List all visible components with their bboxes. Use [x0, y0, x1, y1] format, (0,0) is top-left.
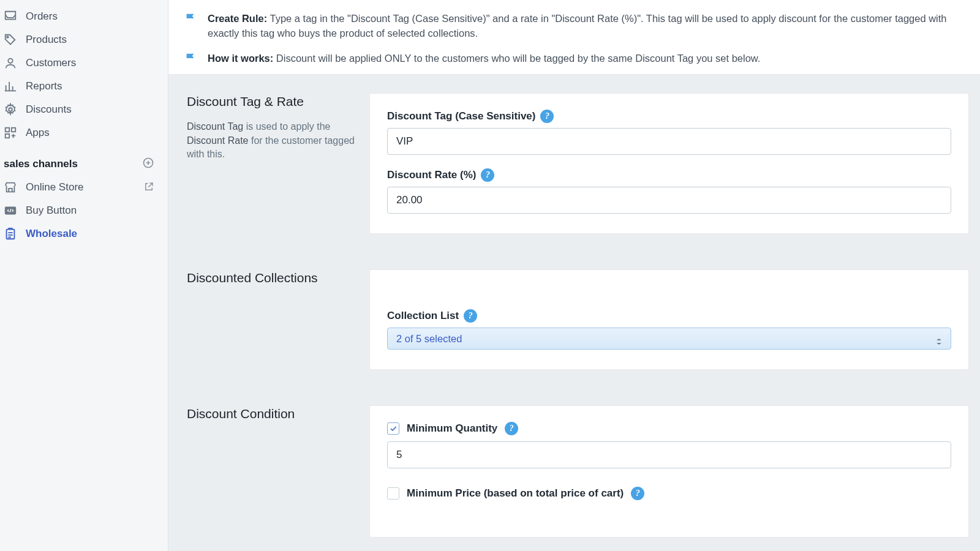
section-title: sales channels: [4, 158, 78, 170]
info-banner: Create Rule: Type a tag in the "Discount…: [168, 0, 980, 75]
sidebar-item-discounts[interactable]: Discounts: [0, 98, 168, 121]
info-text: Create Rule: Type a tag in the "Discount…: [208, 11, 964, 41]
code-icon: [4, 204, 17, 217]
min-qty-input[interactable]: [387, 441, 951, 468]
field-label: Minimum Quantity: [407, 422, 497, 435]
field-label: Minimum Price (based on total price of c…: [407, 487, 624, 500]
section-discount-condition: Discount Condition Minimum Quantity ? Mi…: [168, 387, 980, 538]
person-icon: [4, 56, 17, 70]
sales-channels-header: sales channels: [0, 144, 168, 176]
field-label: Discount Tag (Case Sensitive): [387, 110, 535, 122]
select-value: 2 of 5 selected: [396, 333, 462, 345]
discount-rate-input[interactable]: [387, 187, 951, 214]
card-tag-rate: Discount Tag (Case Sensitive) ? Discount…: [369, 93, 969, 234]
sidebar-item-online-store[interactable]: Online Store: [0, 176, 168, 199]
sidebar-item-customers[interactable]: Customers: [0, 51, 168, 75]
info-label: How it works:: [208, 53, 273, 64]
sidebar-item-label: Wholesale: [26, 228, 77, 240]
svg-rect-5: [6, 134, 9, 138]
caret-icon: [936, 335, 942, 342]
field-collection-list: Collection List ? 2 of 5 selected: [387, 309, 951, 350]
section-discount-tag-rate: Discount Tag & Rate Discount Tag is used…: [168, 75, 980, 234]
bar-icon: [4, 80, 17, 93]
collection-list-select[interactable]: 2 of 5 selected: [387, 328, 951, 350]
card-collections: Collection List ? 2 of 5 selected: [369, 269, 969, 370]
field-label: Collection List: [387, 310, 459, 322]
sidebar: Orders Products Customers Reports Discou…: [0, 0, 168, 551]
gear-icon: [4, 103, 17, 116]
discount-tag-input[interactable]: [387, 128, 951, 155]
info-text: How it works: Discount will be applied O…: [208, 51, 760, 66]
sidebar-item-label: Customers: [26, 57, 76, 69]
store-icon: [4, 181, 17, 194]
sidebar-item-apps[interactable]: Apps: [0, 121, 168, 144]
svg-rect-3: [6, 128, 9, 132]
section-title: Discount Condition: [187, 407, 355, 421]
help-icon[interactable]: ?: [540, 110, 554, 123]
tag-icon: [4, 33, 17, 47]
svg-rect-4: [12, 128, 15, 132]
field-label: Discount Rate (%): [387, 169, 476, 181]
min-price-checkbox[interactable]: [387, 487, 399, 500]
field-minimum-quantity: Minimum Quantity ?: [387, 422, 951, 468]
section-description: Discount Tag is used to apply the Discou…: [187, 120, 355, 161]
field-discount-tag: Discount Tag (Case Sensitive) ?: [387, 110, 951, 155]
section-heading-block: Discount Tag & Rate Discount Tag is used…: [187, 93, 369, 234]
sidebar-item-orders[interactable]: Orders: [0, 5, 168, 28]
help-icon[interactable]: ?: [631, 487, 644, 500]
clipboard-icon: [4, 227, 17, 241]
add-channel-icon[interactable]: [142, 157, 154, 171]
section-title: Discounted Collections: [187, 271, 355, 285]
card-condition: Minimum Quantity ? Minimum Price (based …: [369, 405, 969, 538]
sidebar-item-label: Buy Button: [26, 204, 77, 217]
grid-icon: [4, 126, 17, 140]
section-heading-block: Discount Condition: [187, 405, 369, 538]
field-minimum-price: Minimum Price (based on total price of c…: [387, 487, 951, 500]
section-discounted-collections: Discounted Collections Collection List ?…: [168, 251, 980, 370]
svg-point-2: [9, 108, 12, 111]
info-how-it-works: How it works: Discount will be applied O…: [184, 51, 964, 66]
info-label: Create Rule:: [208, 13, 267, 24]
sidebar-item-label: Discounts: [26, 103, 72, 116]
main-content: Create Rule: Type a tag in the "Discount…: [168, 0, 980, 551]
info-create-rule: Create Rule: Type a tag in the "Discount…: [184, 11, 964, 41]
section-title: Discount Tag & Rate: [187, 94, 355, 109]
field-discount-rate: Discount Rate (%) ?: [387, 168, 951, 214]
inbox-icon: [4, 10, 17, 23]
svg-point-1: [8, 59, 12, 63]
flag-icon: [184, 12, 198, 25]
min-qty-checkbox[interactable]: [387, 422, 399, 435]
sidebar-item-label: Orders: [26, 10, 58, 23]
section-heading-block: Discounted Collections: [187, 269, 369, 370]
svg-point-0: [7, 36, 9, 38]
sidebar-item-label: Apps: [26, 127, 50, 139]
help-icon[interactable]: ?: [464, 309, 477, 323]
info-body: Discount will be applied ONLY to the cus…: [273, 53, 760, 64]
sidebar-item-label: Online Store: [26, 181, 84, 193]
help-icon[interactable]: ?: [481, 168, 494, 182]
sidebar-item-label: Products: [26, 34, 67, 46]
sidebar-item-wholesale[interactable]: Wholesale: [0, 222, 168, 246]
info-body: Type a tag in the "Discount Tag (Case Se…: [208, 13, 947, 39]
external-link-icon[interactable]: [143, 181, 154, 194]
sidebar-item-reports[interactable]: Reports: [0, 75, 168, 98]
flag-icon: [184, 51, 198, 65]
sidebar-item-buy-button[interactable]: Buy Button: [0, 199, 168, 222]
sidebar-item-products[interactable]: Products: [0, 28, 168, 51]
sidebar-item-label: Reports: [26, 80, 62, 92]
help-icon[interactable]: ?: [505, 422, 518, 435]
